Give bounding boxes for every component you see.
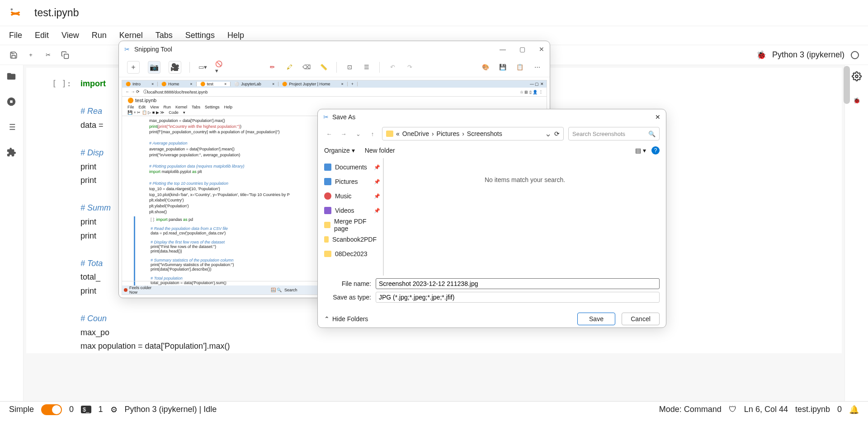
refresh-icon[interactable]: ⟳ bbox=[554, 130, 560, 137]
nav-up-icon[interactable]: ↑ bbox=[368, 129, 377, 139]
left-sidebar bbox=[0, 65, 24, 401]
folder-documents[interactable]: Documents📌 bbox=[318, 160, 383, 174]
cancel-button[interactable]: Cancel bbox=[622, 313, 660, 325]
status-pos: Ln 6, Col 44 bbox=[744, 405, 788, 414]
status-kernel: Python 3 (ipykernel) | Idle bbox=[125, 405, 217, 414]
hide-folders-button[interactable]: ⌃Hide Folders bbox=[324, 315, 368, 323]
close-icon[interactable]: ✕ bbox=[539, 46, 544, 53]
filename-input[interactable] bbox=[376, 278, 660, 289]
cut-icon[interactable]: ✂ bbox=[43, 51, 52, 60]
bell-icon[interactable]: 🔔 bbox=[849, 405, 859, 415]
organize-bar: Organize ▾ New folder ▤ ▾ ? bbox=[318, 143, 666, 158]
menu-tabs[interactable]: Tabs bbox=[156, 31, 173, 40]
add-icon[interactable]: + bbox=[26, 51, 35, 60]
ruler-icon[interactable]: 📏 bbox=[319, 63, 328, 72]
search-input[interactable]: Search Screenshots 🔍 bbox=[568, 127, 660, 140]
status-file: test.ipynb bbox=[795, 405, 830, 414]
nav-back-icon[interactable]: ← bbox=[324, 129, 334, 139]
menu-view[interactable]: View bbox=[61, 31, 79, 40]
filetype-select[interactable] bbox=[376, 292, 660, 303]
nav-dropdown-icon[interactable]: ⌄ bbox=[353, 129, 363, 139]
save-as-title-text: Save As bbox=[332, 113, 355, 121]
notebook-title: test.ipynb bbox=[34, 7, 79, 19]
folder-videos[interactable]: Videos📌 bbox=[318, 203, 383, 218]
menu-run[interactable]: Run bbox=[92, 31, 107, 40]
folder-tree: Documents📌 Pictures📌 Music📌 Videos📌 Merg… bbox=[318, 158, 383, 276]
folder-pictures[interactable]: Pictures📌 bbox=[318, 174, 383, 189]
path-bar[interactable]: « OneDrive › Pictures › Screenshots ⌄ ⟳ bbox=[382, 127, 564, 140]
terminal-icon[interactable]: $_ bbox=[81, 406, 91, 413]
save-snip-icon[interactable]: 💾 bbox=[498, 63, 507, 72]
copy-snip-icon[interactable]: 📋 bbox=[515, 63, 524, 72]
crop-icon[interactable]: ⊡ bbox=[345, 63, 354, 72]
new-folder-button[interactable]: New folder bbox=[365, 147, 395, 154]
more-icon[interactable]: ⋯ bbox=[533, 63, 542, 72]
menu-edit[interactable]: Edit bbox=[35, 31, 49, 40]
palette-icon[interactable]: 🎨 bbox=[481, 63, 490, 72]
folder-merge[interactable]: Merge PDF page bbox=[318, 218, 383, 232]
filetype-label: Save as type: bbox=[324, 294, 371, 301]
save-as-nav: ← → ⌄ ↑ « OneDrive › Pictures › Screensh… bbox=[318, 125, 666, 143]
eraser-icon[interactable]: ⌫ bbox=[302, 63, 311, 72]
help-icon[interactable]: ? bbox=[651, 146, 660, 154]
svg-rect-1 bbox=[64, 54, 69, 58]
menu-help[interactable]: Help bbox=[227, 31, 244, 40]
scrollbar[interactable] bbox=[844, 66, 850, 104]
organize-button[interactable]: Organize ▾ bbox=[324, 147, 355, 154]
title-bar: test.ipynb bbox=[0, 0, 868, 26]
path-folder-icon bbox=[386, 131, 393, 137]
camera-mode-button[interactable]: 📷 bbox=[148, 61, 160, 74]
save-as-dialog: ✂ Save As ✕ ← → ⌄ ↑ « OneDrive › Picture… bbox=[317, 109, 666, 328]
folder-music[interactable]: Music📌 bbox=[318, 189, 383, 203]
minimize-icon[interactable]: — bbox=[500, 46, 506, 53]
maximize-icon[interactable]: ▢ bbox=[519, 46, 525, 53]
svg-rect-3 bbox=[10, 100, 13, 103]
folder-dec[interactable]: 08Dec2023 bbox=[318, 247, 383, 261]
menu-file[interactable]: File bbox=[9, 31, 22, 40]
undo-icon[interactable]: ↶ bbox=[388, 63, 397, 72]
save-button[interactable]: Save bbox=[577, 313, 615, 325]
view-mode-icon[interactable]: ▤ ▾ bbox=[635, 147, 646, 154]
nav-forward-icon[interactable]: → bbox=[339, 129, 349, 139]
save-as-titlebar[interactable]: ✂ Save As ✕ bbox=[318, 109, 666, 125]
snip-titlebar[interactable]: ✂ Snipping Tool — ▢ ✕ bbox=[119, 41, 550, 57]
kernel-status-icon bbox=[851, 51, 859, 59]
delay-icon[interactable]: 🚫▾ bbox=[215, 63, 224, 72]
pen-red-icon[interactable]: ✏ bbox=[268, 63, 277, 72]
status-zero2: 0 bbox=[837, 405, 842, 414]
snip-toolbar: + 📷 🎥 ▭▾ 🚫▾ ✏ 🖍 ⌫ 📏 ⊡ ☰ ↶ ↷ 🎨 💾 📋 ⋯ bbox=[119, 57, 550, 77]
rect-mode-icon[interactable]: ▭▾ bbox=[198, 63, 207, 72]
menu-kernel[interactable]: Kernel bbox=[119, 31, 143, 40]
simple-toggle[interactable] bbox=[41, 404, 62, 415]
empty-message: No items match your search. bbox=[485, 176, 565, 183]
debug-icon[interactable]: 🐞 bbox=[853, 97, 860, 104]
save-as-close-icon[interactable]: ✕ bbox=[655, 113, 660, 121]
save-icon[interactable] bbox=[9, 51, 18, 60]
extension-icon[interactable] bbox=[6, 147, 17, 158]
copy-icon[interactable] bbox=[61, 51, 70, 60]
search-icon: 🔍 bbox=[648, 131, 656, 137]
redo-icon[interactable]: ↷ bbox=[405, 63, 414, 72]
right-sidebar: 🐞 bbox=[844, 65, 868, 401]
svg-point-0 bbox=[11, 8, 13, 10]
save-as-icon: ✂ bbox=[323, 113, 329, 121]
jupyter-logo bbox=[9, 7, 22, 19]
svg-point-10 bbox=[855, 75, 858, 78]
text-recog-icon[interactable]: ☰ bbox=[362, 63, 371, 72]
highlighter-icon[interactable]: 🖍 bbox=[285, 63, 294, 72]
snip-title-text: Snipping Tool bbox=[134, 46, 172, 53]
gear-icon[interactable] bbox=[852, 71, 862, 83]
toc-icon[interactable] bbox=[6, 122, 17, 133]
video-mode-button[interactable]: 🎥 bbox=[169, 61, 181, 74]
folder-icon[interactable] bbox=[6, 71, 17, 82]
folder-scan[interactable]: Scanbook2PDF bbox=[318, 232, 383, 247]
new-snip-button[interactable]: + bbox=[127, 61, 140, 74]
menu-settings[interactable]: Settings bbox=[185, 31, 215, 40]
status-one: 1 bbox=[99, 405, 103, 414]
running-icon[interactable] bbox=[6, 97, 17, 108]
kernel-name[interactable]: Python 3 (ipykernel) bbox=[772, 50, 844, 60]
status-bar: Simple 0 $_ 1 ⚙ Python 3 (ipykernel) | I… bbox=[0, 401, 868, 417]
prompt: [ ]: bbox=[44, 77, 71, 91]
bug-icon[interactable]: 🐞 bbox=[757, 51, 766, 60]
status-mode: Mode: Command bbox=[659, 405, 722, 414]
